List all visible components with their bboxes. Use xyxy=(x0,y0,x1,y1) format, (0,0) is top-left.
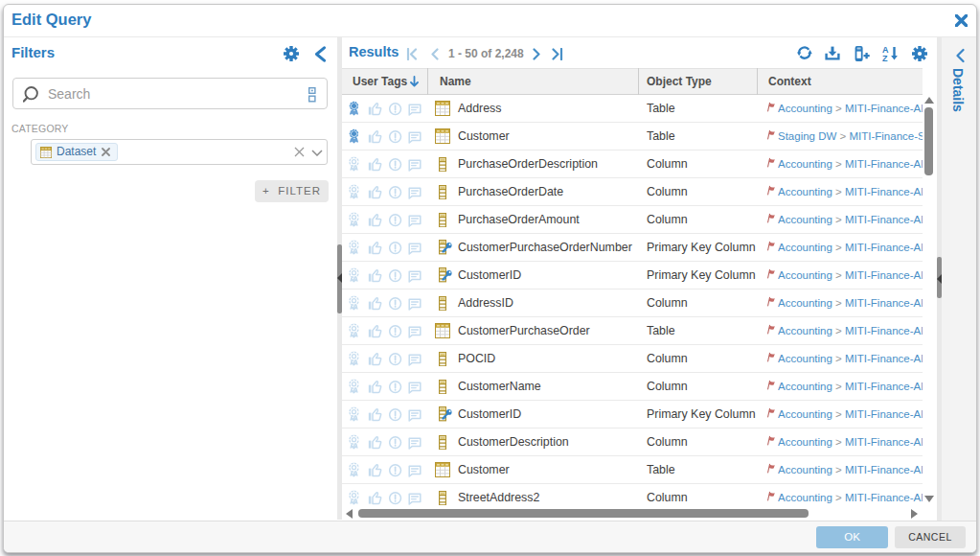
svg-text:Z: Z xyxy=(882,54,888,62)
